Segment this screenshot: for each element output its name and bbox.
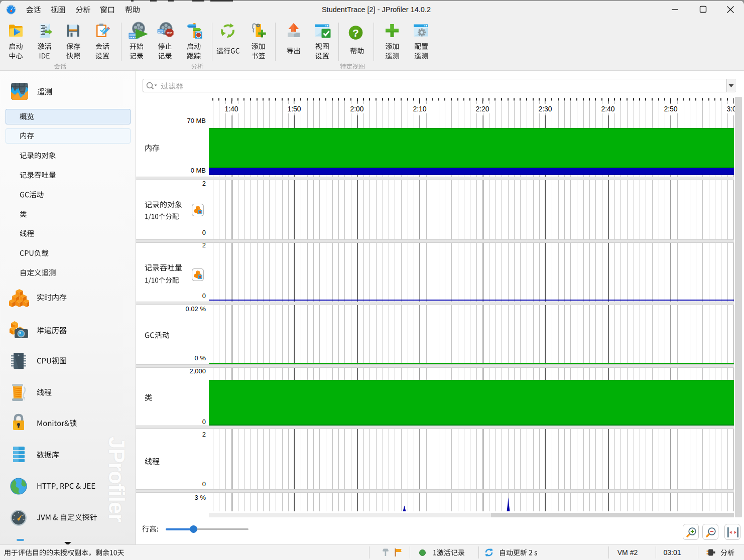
svg-text:?: ? (352, 27, 359, 39)
svg-text:STOP: STOP (167, 32, 173, 34)
